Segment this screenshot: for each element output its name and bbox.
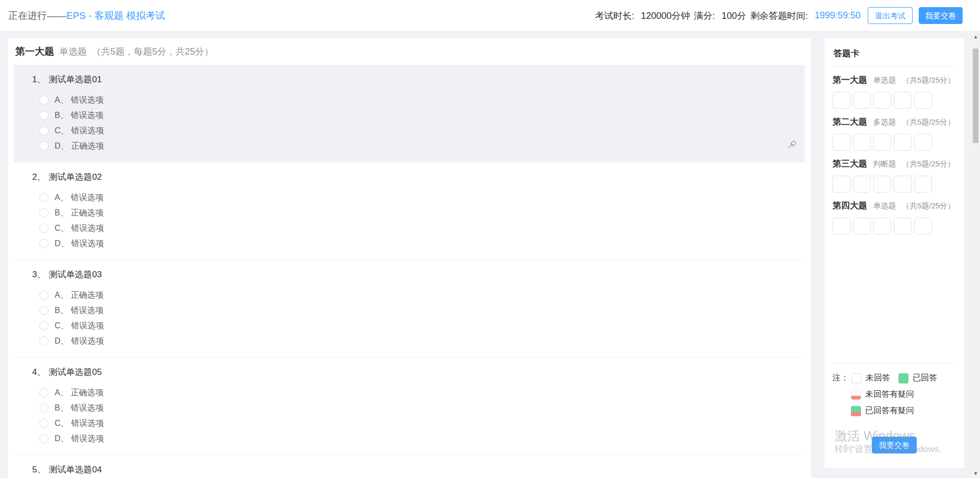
unanswered-swatch	[851, 373, 862, 384]
radio-icon[interactable]	[39, 141, 48, 151]
answer-card-group: 第一大题 单选题 （共5题/25分）	[832, 74, 956, 109]
option-row[interactable]: C、 错误选项	[39, 416, 799, 431]
question-number-button[interactable]	[832, 92, 850, 109]
radio-icon[interactable]	[39, 111, 48, 120]
option-text: 错误选项	[71, 305, 104, 316]
question-number: 2、	[32, 172, 45, 182]
scrollbar-thumb[interactable]	[973, 49, 978, 143]
option-row[interactable]: C、 错误选项	[39, 123, 799, 138]
question-number-button[interactable]	[832, 134, 850, 151]
remaining-time-value: 1999:59:50	[815, 10, 861, 21]
answered-text: 已回答	[913, 373, 937, 384]
question-number-button[interactable]	[873, 92, 891, 109]
legend-row: 已回答有疑问	[832, 405, 956, 416]
option-row[interactable]: D、 错误选项	[39, 236, 799, 251]
question-number-row	[832, 92, 956, 109]
question-number-button[interactable]	[914, 134, 932, 151]
section-title: 第一大题	[15, 45, 54, 58]
question-number-button[interactable]	[894, 218, 912, 234]
radio-icon[interactable]	[39, 239, 48, 248]
answer-legend: 注： 未回答 已回答 未回答有疑问 已回答有疑问	[832, 363, 956, 422]
group-header: 第一大题 单选题 （共5题/25分）	[832, 74, 956, 87]
scrollbar-down-arrow-icon[interactable]: ▼	[971, 469, 980, 477]
question-options: A、 正确选项 B、 错误选项 C、 错误选项 D、 错误选项	[14, 288, 799, 349]
group-title: 第二大题	[832, 117, 867, 127]
section-meta: （共5题，每题5分，共25分）	[92, 45, 213, 58]
answered-swatch	[898, 373, 909, 384]
radio-icon[interactable]	[39, 291, 48, 300]
option-row[interactable]: B、 错误选项	[39, 400, 799, 416]
option-row[interactable]: D、 错误选项	[39, 431, 799, 446]
radio-icon[interactable]	[39, 321, 48, 330]
option-row[interactable]: D、 正确选项	[39, 138, 799, 154]
radio-icon[interactable]	[39, 193, 48, 202]
option-row[interactable]: A、 错误选项	[39, 92, 799, 108]
question-number-button[interactable]	[873, 134, 891, 151]
option-text: 错误选项	[71, 126, 104, 136]
radio-icon[interactable]	[39, 208, 48, 218]
exit-exam-button[interactable]: 退出考试	[868, 7, 913, 24]
option-label: A、	[55, 193, 68, 203]
question-number-button[interactable]	[914, 92, 932, 109]
option-label: D、	[55, 141, 69, 152]
pin-icon[interactable]	[787, 139, 798, 151]
question-number-button[interactable]	[832, 176, 850, 193]
option-row[interactable]: A、 错误选项	[39, 190, 799, 205]
question-number-button[interactable]	[914, 218, 932, 234]
option-row[interactable]: A、 正确选项	[39, 288, 799, 303]
radio-icon[interactable]	[39, 126, 48, 135]
option-text: 正确选项	[71, 208, 104, 219]
answer-card-group: 第四大题 单选题 （共5题/25分）	[832, 199, 956, 234]
exam-title-link[interactable]: EPS - 客观题 模拟考试	[66, 10, 165, 21]
option-row[interactable]: C、 错误选项	[39, 318, 799, 333]
option-row[interactable]: B、 错误选项	[39, 108, 799, 123]
radio-icon[interactable]	[39, 224, 48, 233]
question-number-button[interactable]	[853, 176, 871, 193]
radio-icon[interactable]	[39, 306, 48, 315]
option-label: D、	[55, 336, 69, 347]
radio-icon[interactable]	[39, 403, 48, 413]
scrollbar-up-arrow-icon[interactable]: ▲	[971, 32, 980, 41]
radio-icon[interactable]	[39, 434, 48, 443]
group-header: 第三大题 判断题 （共5题/25分）	[832, 157, 956, 171]
question-number-button[interactable]	[914, 176, 932, 193]
question-item: 2、测试单选题02 A、 错误选项 B、 正确选项 C、 错误选项 D、 错误选…	[14, 162, 805, 260]
option-text: 正确选项	[71, 290, 104, 301]
question-number-button[interactable]	[832, 218, 850, 234]
page-scrollbar[interactable]: ▲ ▼	[971, 32, 980, 478]
option-row[interactable]: A、 正确选项	[39, 385, 799, 400]
question-number-button[interactable]	[853, 134, 871, 151]
question-number-button[interactable]	[853, 92, 871, 109]
option-row[interactable]: B、 错误选项	[39, 303, 799, 318]
radio-icon[interactable]	[39, 337, 48, 346]
legend-label: 注：	[832, 373, 849, 384]
submit-exam-bottom-button[interactable]: 我要交卷	[872, 437, 917, 453]
question-number-button[interactable]	[873, 218, 891, 234]
option-text: 错误选项	[71, 321, 104, 331]
question-number-button[interactable]	[894, 134, 912, 151]
question-text: 测试单选题01	[48, 75, 102, 84]
submit-exam-button[interactable]: 我要交卷	[919, 7, 963, 24]
question-number-button[interactable]	[873, 176, 891, 193]
radio-icon[interactable]	[39, 95, 48, 105]
question-number-button[interactable]	[894, 176, 912, 193]
full-score-value: 100分	[722, 10, 746, 22]
option-row[interactable]: C、 错误选项	[39, 221, 799, 236]
option-text: 错误选项	[71, 238, 104, 249]
group-type: 单选题	[873, 201, 896, 210]
group-header: 第二大题 多选题 （共5题/25分）	[832, 115, 956, 129]
option-row[interactable]: D、 错误选项	[39, 333, 799, 349]
radio-icon[interactable]	[39, 388, 48, 397]
question-number: 5、	[32, 465, 45, 474]
option-text: 错误选项	[71, 434, 104, 444]
option-row[interactable]: B、 正确选项	[39, 205, 799, 221]
section-header: 第一大题 单选题 （共5题，每题5分，共25分）	[14, 38, 805, 65]
answer-card-group: 第三大题 判断题 （共5题/25分）	[832, 157, 956, 193]
question-number-button[interactable]	[894, 92, 912, 109]
option-text: 错误选项	[71, 95, 104, 106]
question-number-button[interactable]	[853, 218, 871, 234]
group-meta: （共5题/25分）	[902, 76, 955, 84]
radio-icon[interactable]	[39, 419, 48, 428]
option-text: 错误选项	[71, 403, 104, 414]
option-text: 正确选项	[71, 388, 104, 398]
